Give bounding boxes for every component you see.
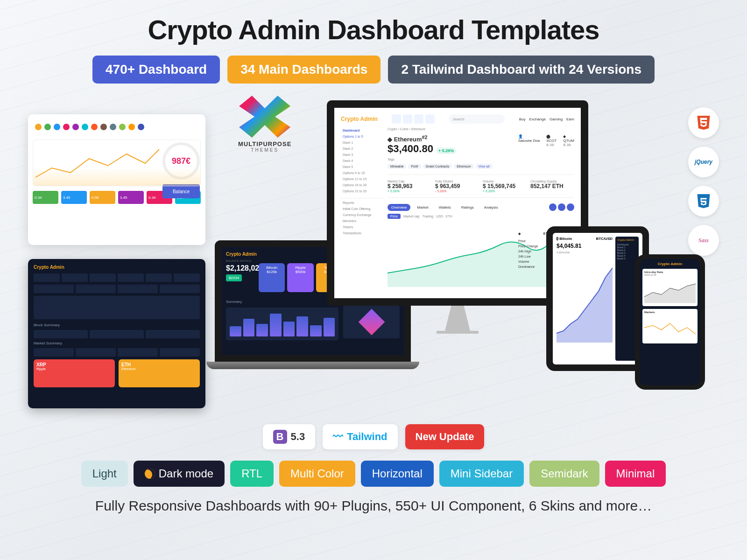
theme-multicolor: Multi Color <box>279 461 355 487</box>
framework-row: B5.3 〰Tailwind New Update <box>19 424 728 449</box>
theme-light: Light <box>81 461 128 487</box>
tab-ratings[interactable]: Ratings <box>458 204 478 211</box>
pill-tailwind-versions: 2 Tailwind Dashboard with 24 Versions <box>388 56 655 84</box>
tab-analysis[interactable]: Analysis <box>480 204 502 211</box>
tablet-preview: ₿ BitcoinBTC/USD $4,045.81 4.25%/24h Cry… <box>546 226 649 371</box>
multipurpose-logo: MULTIPURPOSE THEMES <box>238 96 291 153</box>
monitor-brand: Crypto Admin <box>341 116 378 122</box>
tab-overview[interactable]: Overview <box>388 204 410 211</box>
theme-dark: Dark mode <box>134 461 225 487</box>
monitor-sidebar: Dashboard Options 1 to 5 Dash 1 Dash 2 D… <box>341 127 383 305</box>
multipurpose-icon <box>239 96 290 138</box>
tab-wallets[interactable]: Wallets <box>435 204 455 211</box>
theme-semidark: Semidark <box>529 461 599 487</box>
nav-gaming[interactable]: Gaming <box>550 117 563 121</box>
nav-earn[interactable]: Earn <box>566 117 574 121</box>
tab-market[interactable]: Market <box>413 204 432 211</box>
moon-icon <box>145 469 155 479</box>
logo-text-2: THEMES <box>238 147 291 153</box>
new-update-badge: New Update <box>405 424 485 449</box>
logo-text-1: MULTIPURPOSE <box>238 140 291 147</box>
pill-dashboard-count: 470+ Dashboard <box>92 56 220 84</box>
footer-text: Fully Responsive Dashboards with 90+ Plu… <box>19 498 728 514</box>
phone-preview: Crypto Admin Intra-day Data 2018-12-05 M… <box>635 254 705 390</box>
tailwind-badge: 〰Tailwind <box>323 424 397 449</box>
theme-minimal: Minimal <box>605 461 666 487</box>
theme-rtl: RTL <box>230 461 274 487</box>
page-title: Crypto Admin Dashboard Templates <box>19 14 728 45</box>
pill-main-dashboards: 34 Main Dashboards <box>227 56 381 84</box>
nav-buy[interactable]: Buy <box>519 117 526 121</box>
dark-dashboard-preview: Crypto Admin Block Summary Market Summar… <box>28 259 205 408</box>
bootstrap-badge: B5.3 <box>263 424 316 449</box>
search-input[interactable]: Search <box>449 114 505 124</box>
feature-pills-row: 470+ Dashboard 34 Main Dashboards 2 Tail… <box>19 56 728 84</box>
theme-mini-sidebar: Mini Sidebar <box>439 461 524 487</box>
nav-exchange[interactable]: Exchange <box>529 117 546 121</box>
theme-row: Light Dark mode RTL Multi Color Horizont… <box>19 461 728 487</box>
light-dashboard-preview: 987€ Balance 0.34 3.45 0.56 3.45 0.34 0.… <box>28 114 205 245</box>
theme-horizontal: Horizontal <box>361 461 434 487</box>
